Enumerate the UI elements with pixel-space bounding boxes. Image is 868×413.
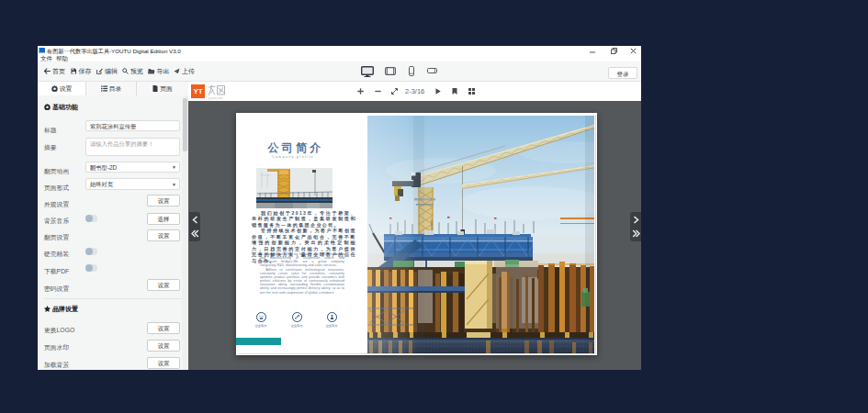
svg-text:2013: 2013 (259, 315, 265, 317)
